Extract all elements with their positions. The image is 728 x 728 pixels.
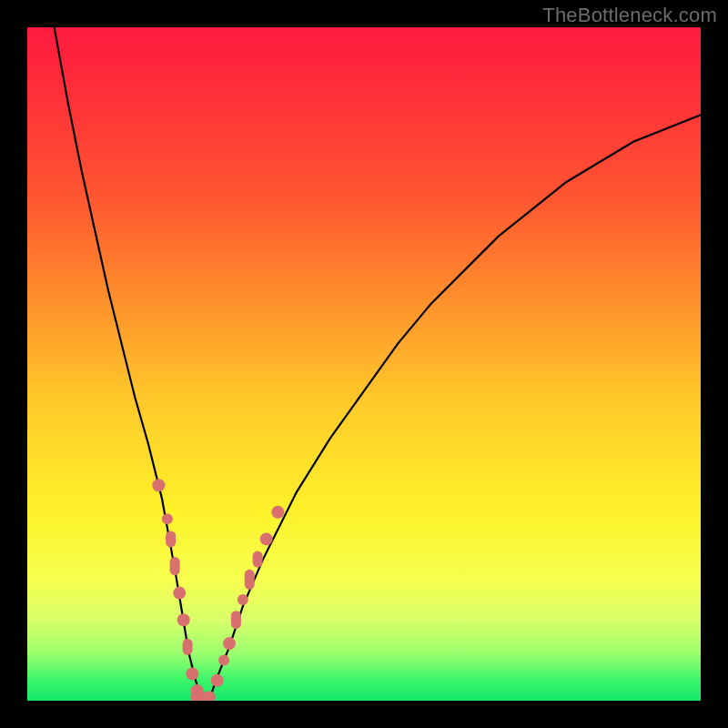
data-marker (238, 594, 248, 605)
data-marker (173, 587, 186, 600)
bottleneck-curve (55, 27, 701, 701)
data-marker (170, 557, 180, 575)
marker-group (152, 479, 284, 701)
data-marker (203, 691, 216, 701)
data-marker (186, 667, 198, 680)
watermark-text: TheBottleneck.com (542, 4, 717, 27)
data-marker (191, 684, 204, 697)
data-marker (218, 655, 229, 666)
data-marker (166, 531, 176, 547)
data-marker (177, 613, 190, 626)
data-marker (152, 479, 165, 491)
data-marker (183, 639, 193, 655)
curve-svg (27, 27, 701, 701)
data-marker (211, 674, 224, 687)
plot-area (27, 27, 701, 701)
data-marker (231, 611, 241, 629)
data-marker (190, 693, 214, 701)
chart-frame: TheBottleneck.com (0, 0, 728, 728)
data-marker (245, 570, 255, 590)
data-marker (260, 532, 273, 545)
data-marker (223, 637, 236, 650)
data-marker (253, 551, 263, 568)
data-marker (271, 506, 284, 519)
data-marker (162, 513, 173, 524)
